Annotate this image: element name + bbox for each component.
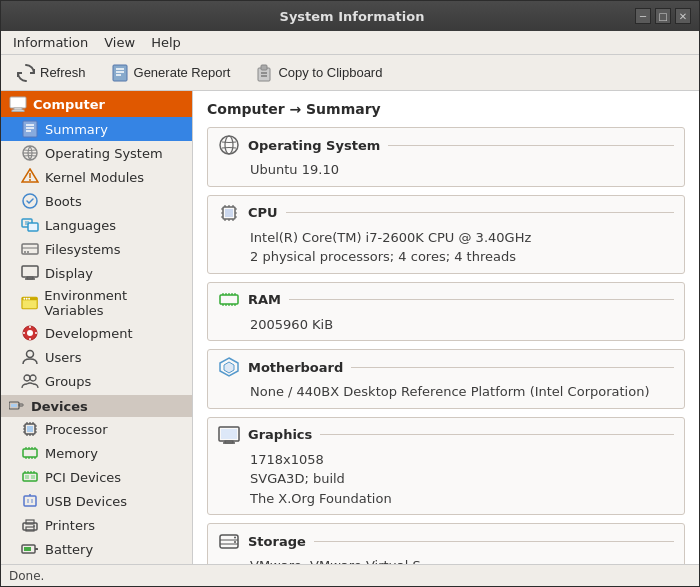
sidebar-item-memory-label: Memory	[45, 446, 98, 461]
processor-icon	[21, 420, 39, 438]
devices-icon	[9, 398, 25, 414]
summary-icon	[21, 120, 39, 138]
sidebar-item-groups[interactable]: Groups	[1, 369, 192, 393]
section-motherboard-value: None / 440BX Desktop Reference Platform …	[208, 382, 684, 408]
menu-help[interactable]: Help	[143, 33, 189, 52]
sidebar-item-battery[interactable]: Battery	[1, 537, 192, 561]
section-storage-title: Storage	[248, 534, 674, 549]
sidebar-item-printers[interactable]: Printers	[1, 513, 192, 537]
svg-rect-10	[12, 110, 24, 112]
section-motherboard-title: Motherboard	[248, 360, 674, 375]
svg-rect-8	[10, 97, 26, 108]
memory-icon	[21, 444, 39, 462]
section-divider	[388, 145, 674, 146]
main-window: System Information ─ □ ✕ Information Vie…	[0, 0, 700, 587]
sidebar-item-languages[interactable]: Languages	[1, 213, 192, 237]
section-divider	[320, 434, 674, 435]
svg-point-28	[27, 251, 29, 253]
sidebar-item-development[interactable]: Development	[1, 321, 192, 345]
svg-rect-85	[26, 527, 34, 531]
svg-rect-122	[220, 295, 238, 304]
section-graphics-title: Graphics	[248, 427, 674, 442]
section-os-value: Ubuntu 19.10	[208, 160, 684, 186]
refresh-button[interactable]: Refresh	[7, 59, 95, 87]
refresh-icon	[16, 63, 36, 83]
section-os-icon	[218, 134, 240, 156]
sidebar-item-filesystems[interactable]: Filesystems	[1, 237, 192, 261]
sidebar-item-printers-label: Printers	[45, 518, 95, 533]
sidebar-item-os-label: Operating System	[45, 146, 163, 161]
sidebar-item-kernel[interactable]: Kernel Modules	[1, 165, 192, 189]
minimize-button[interactable]: ─	[635, 8, 651, 24]
section-divider	[289, 299, 674, 300]
svg-point-43	[27, 351, 34, 358]
svg-point-27	[24, 251, 26, 253]
svg-point-44	[24, 375, 30, 381]
display-icon	[21, 264, 39, 282]
sidebar-item-pci-label: PCI Devices	[45, 470, 121, 485]
sidebar-item-kernel-label: Kernel Modules	[45, 170, 144, 185]
svg-rect-77	[25, 475, 29, 479]
sidebar: Computer Summary	[1, 91, 193, 564]
section-os-title: Operating System	[248, 138, 674, 153]
svg-point-143	[234, 541, 236, 543]
usb-icon	[21, 492, 39, 510]
sidebar-item-languages-label: Languages	[45, 218, 116, 233]
sidebar-item-summary[interactable]: Summary	[1, 117, 192, 141]
status-text: Done.	[9, 569, 44, 583]
sidebar-item-users-label: Users	[45, 350, 81, 365]
languages-icon	[21, 216, 39, 234]
refresh-label: Refresh	[40, 65, 86, 80]
section-divider	[351, 367, 674, 368]
sidebar-computer-header[interactable]: Computer	[1, 91, 192, 117]
section-ram-icon	[218, 289, 240, 311]
sidebar-item-processor[interactable]: Processor	[1, 417, 192, 441]
menu-information[interactable]: Information	[5, 33, 96, 52]
section-ram-title: RAM	[248, 292, 674, 307]
main-content: Computer → Summary Operating System Ub	[193, 91, 699, 564]
pci-icon	[21, 468, 39, 486]
boots-icon	[21, 192, 39, 210]
svg-rect-11	[23, 121, 37, 137]
section-cpu-header: CPU	[208, 196, 684, 228]
section-motherboard-icon	[218, 356, 240, 378]
menu-view[interactable]: View	[96, 33, 143, 52]
sidebar-item-os[interactable]: Operating System	[1, 141, 192, 165]
svg-point-106	[220, 136, 238, 154]
sidebar-item-env[interactable]: Environment Variables	[1, 285, 192, 321]
svg-rect-84	[26, 520, 34, 524]
section-storage-header: Storage	[208, 524, 684, 556]
svg-point-19	[29, 179, 31, 181]
sidebar-item-users[interactable]: Users	[1, 345, 192, 369]
sidebar-item-groups-label: Groups	[45, 374, 91, 389]
svg-rect-88	[35, 548, 38, 550]
statusbar: Done.	[1, 564, 699, 586]
sidebar-item-usb[interactable]: USB Devices	[1, 489, 192, 513]
section-os: Operating System Ubuntu 19.10	[207, 127, 685, 187]
svg-rect-89	[24, 547, 31, 551]
svg-point-142	[234, 537, 236, 539]
sidebar-item-display[interactable]: Display	[1, 261, 192, 285]
sidebar-item-env-label: Environment Variables	[44, 288, 184, 318]
section-ram: RAM 2005960 KiB	[207, 282, 685, 342]
sidebar-item-pci[interactable]: PCI Devices	[1, 465, 192, 489]
sidebar-item-processor-label: Processor	[45, 422, 108, 437]
section-ram-header: RAM	[208, 283, 684, 315]
section-graphics-header: Graphics	[208, 418, 684, 450]
sidebar-item-memory[interactable]: Memory	[1, 441, 192, 465]
maximize-button[interactable]: □	[655, 8, 671, 24]
sidebar-devices-header[interactable]: Devices	[1, 395, 192, 417]
copy-clipboard-button[interactable]: Copy to Clipboard	[245, 59, 391, 87]
groups-icon	[21, 372, 39, 390]
sidebar-item-usb-label: USB Devices	[45, 494, 127, 509]
section-graphics-icon	[218, 424, 240, 446]
titlebar: System Information ─ □ ✕	[1, 1, 699, 31]
sidebar-item-boots[interactable]: Boots	[1, 189, 192, 213]
svg-rect-79	[24, 496, 36, 506]
section-divider	[314, 541, 674, 542]
generate-report-button[interactable]: Generate Report	[101, 59, 240, 87]
sidebar-devices-label: Devices	[31, 399, 88, 414]
section-divider	[286, 212, 674, 213]
section-os-header: Operating System	[208, 128, 684, 160]
close-button[interactable]: ✕	[675, 8, 691, 24]
